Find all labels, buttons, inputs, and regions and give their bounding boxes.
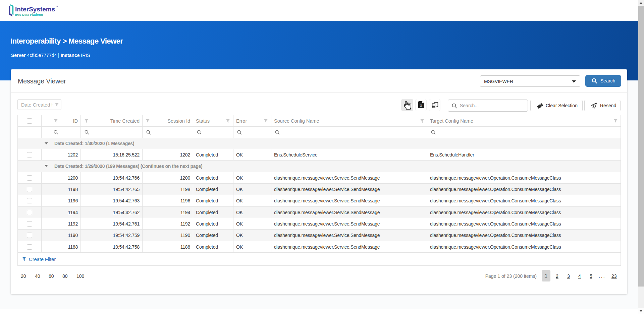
svg-text:™: ™ [55,5,58,8]
svg-text:IRIS Data Platform: IRIS Data Platform [15,13,43,16]
svg-text:InterSystems: InterSystems [15,6,55,13]
svg-text:x: x [420,104,422,107]
